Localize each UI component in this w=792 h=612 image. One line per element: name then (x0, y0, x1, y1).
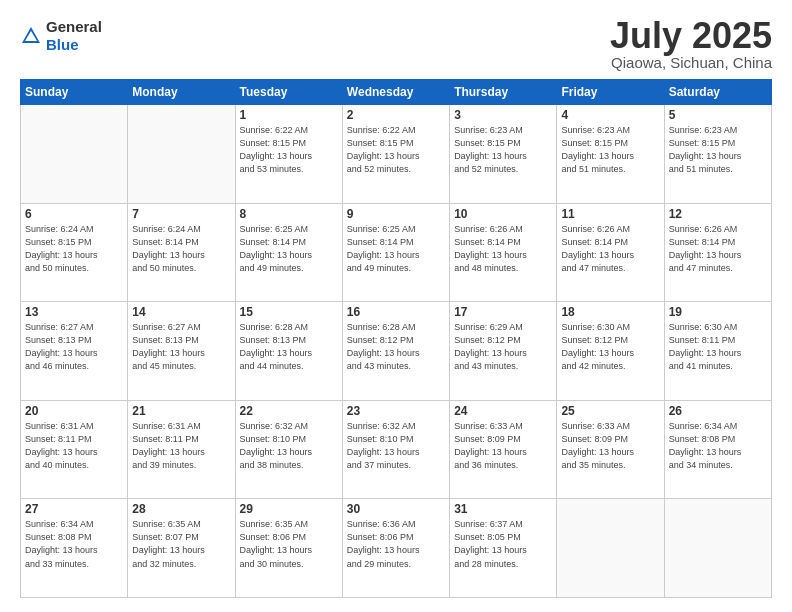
day-number: 15 (240, 305, 338, 319)
day-info: Sunrise: 6:28 AM Sunset: 8:13 PM Dayligh… (240, 321, 338, 373)
calendar-cell: 15Sunrise: 6:28 AM Sunset: 8:13 PM Dayli… (235, 302, 342, 401)
day-number: 26 (669, 404, 767, 418)
calendar-cell: 22Sunrise: 6:32 AM Sunset: 8:10 PM Dayli… (235, 400, 342, 499)
calendar-cell: 14Sunrise: 6:27 AM Sunset: 8:13 PM Dayli… (128, 302, 235, 401)
day-number: 22 (240, 404, 338, 418)
day-number: 2 (347, 108, 445, 122)
day-number: 10 (454, 207, 552, 221)
calendar-cell: 16Sunrise: 6:28 AM Sunset: 8:12 PM Dayli… (342, 302, 449, 401)
day-info: Sunrise: 6:28 AM Sunset: 8:12 PM Dayligh… (347, 321, 445, 373)
location: Qiaowa, Sichuan, China (610, 54, 772, 71)
day-info: Sunrise: 6:23 AM Sunset: 8:15 PM Dayligh… (561, 124, 659, 176)
calendar-cell (128, 105, 235, 204)
calendar-cell: 26Sunrise: 6:34 AM Sunset: 8:08 PM Dayli… (664, 400, 771, 499)
weekday-header-sunday: Sunday (21, 80, 128, 105)
day-number: 21 (132, 404, 230, 418)
day-info: Sunrise: 6:32 AM Sunset: 8:10 PM Dayligh… (347, 420, 445, 472)
calendar-cell: 11Sunrise: 6:26 AM Sunset: 8:14 PM Dayli… (557, 203, 664, 302)
day-number: 14 (132, 305, 230, 319)
calendar-cell (557, 499, 664, 598)
day-info: Sunrise: 6:25 AM Sunset: 8:14 PM Dayligh… (240, 223, 338, 275)
day-info: Sunrise: 6:34 AM Sunset: 8:08 PM Dayligh… (25, 518, 123, 570)
calendar-cell: 1Sunrise: 6:22 AM Sunset: 8:15 PM Daylig… (235, 105, 342, 204)
page-header: General Blue July 2025 Qiaowa, Sichuan, … (20, 18, 772, 71)
calendar-cell: 18Sunrise: 6:30 AM Sunset: 8:12 PM Dayli… (557, 302, 664, 401)
day-number: 7 (132, 207, 230, 221)
day-info: Sunrise: 6:35 AM Sunset: 8:06 PM Dayligh… (240, 518, 338, 570)
day-info: Sunrise: 6:32 AM Sunset: 8:10 PM Dayligh… (240, 420, 338, 472)
day-info: Sunrise: 6:23 AM Sunset: 8:15 PM Dayligh… (454, 124, 552, 176)
day-number: 4 (561, 108, 659, 122)
day-number: 31 (454, 502, 552, 516)
logo-icon (20, 25, 42, 47)
day-number: 11 (561, 207, 659, 221)
weekday-header-saturday: Saturday (664, 80, 771, 105)
month-title: July 2025 (610, 18, 772, 54)
day-info: Sunrise: 6:26 AM Sunset: 8:14 PM Dayligh… (454, 223, 552, 275)
weekday-header-thursday: Thursday (450, 80, 557, 105)
day-info: Sunrise: 6:26 AM Sunset: 8:14 PM Dayligh… (669, 223, 767, 275)
calendar-cell: 21Sunrise: 6:31 AM Sunset: 8:11 PM Dayli… (128, 400, 235, 499)
day-number: 24 (454, 404, 552, 418)
day-number: 23 (347, 404, 445, 418)
day-info: Sunrise: 6:22 AM Sunset: 8:15 PM Dayligh… (347, 124, 445, 176)
day-number: 30 (347, 502, 445, 516)
calendar-cell: 12Sunrise: 6:26 AM Sunset: 8:14 PM Dayli… (664, 203, 771, 302)
day-number: 3 (454, 108, 552, 122)
day-info: Sunrise: 6:37 AM Sunset: 8:05 PM Dayligh… (454, 518, 552, 570)
calendar-cell: 7Sunrise: 6:24 AM Sunset: 8:14 PM Daylig… (128, 203, 235, 302)
day-info: Sunrise: 6:33 AM Sunset: 8:09 PM Dayligh… (454, 420, 552, 472)
calendar-cell: 23Sunrise: 6:32 AM Sunset: 8:10 PM Dayli… (342, 400, 449, 499)
calendar-cell: 28Sunrise: 6:35 AM Sunset: 8:07 PM Dayli… (128, 499, 235, 598)
calendar-cell: 9Sunrise: 6:25 AM Sunset: 8:14 PM Daylig… (342, 203, 449, 302)
calendar-cell: 4Sunrise: 6:23 AM Sunset: 8:15 PM Daylig… (557, 105, 664, 204)
calendar-cell: 24Sunrise: 6:33 AM Sunset: 8:09 PM Dayli… (450, 400, 557, 499)
day-info: Sunrise: 6:24 AM Sunset: 8:14 PM Dayligh… (132, 223, 230, 275)
day-info: Sunrise: 6:30 AM Sunset: 8:12 PM Dayligh… (561, 321, 659, 373)
calendar-cell: 25Sunrise: 6:33 AM Sunset: 8:09 PM Dayli… (557, 400, 664, 499)
day-info: Sunrise: 6:35 AM Sunset: 8:07 PM Dayligh… (132, 518, 230, 570)
weekday-header-tuesday: Tuesday (235, 80, 342, 105)
day-number: 5 (669, 108, 767, 122)
day-number: 25 (561, 404, 659, 418)
calendar-cell: 3Sunrise: 6:23 AM Sunset: 8:15 PM Daylig… (450, 105, 557, 204)
calendar-cell: 29Sunrise: 6:35 AM Sunset: 8:06 PM Dayli… (235, 499, 342, 598)
day-number: 19 (669, 305, 767, 319)
logo: General Blue (20, 18, 102, 54)
weekday-header-friday: Friday (557, 80, 664, 105)
calendar-cell: 30Sunrise: 6:36 AM Sunset: 8:06 PM Dayli… (342, 499, 449, 598)
logo-text: General Blue (46, 18, 102, 54)
calendar-cell: 2Sunrise: 6:22 AM Sunset: 8:15 PM Daylig… (342, 105, 449, 204)
calendar-cell (664, 499, 771, 598)
day-info: Sunrise: 6:24 AM Sunset: 8:15 PM Dayligh… (25, 223, 123, 275)
day-number: 1 (240, 108, 338, 122)
day-number: 16 (347, 305, 445, 319)
day-number: 6 (25, 207, 123, 221)
day-number: 12 (669, 207, 767, 221)
day-info: Sunrise: 6:23 AM Sunset: 8:15 PM Dayligh… (669, 124, 767, 176)
day-info: Sunrise: 6:30 AM Sunset: 8:11 PM Dayligh… (669, 321, 767, 373)
day-number: 27 (25, 502, 123, 516)
calendar-table: SundayMondayTuesdayWednesdayThursdayFrid… (20, 79, 772, 598)
day-number: 28 (132, 502, 230, 516)
day-number: 13 (25, 305, 123, 319)
day-number: 8 (240, 207, 338, 221)
calendar-cell: 27Sunrise: 6:34 AM Sunset: 8:08 PM Dayli… (21, 499, 128, 598)
calendar-cell: 13Sunrise: 6:27 AM Sunset: 8:13 PM Dayli… (21, 302, 128, 401)
day-info: Sunrise: 6:31 AM Sunset: 8:11 PM Dayligh… (132, 420, 230, 472)
day-number: 17 (454, 305, 552, 319)
title-block: July 2025 Qiaowa, Sichuan, China (610, 18, 772, 71)
weekday-header-monday: Monday (128, 80, 235, 105)
day-number: 29 (240, 502, 338, 516)
day-info: Sunrise: 6:27 AM Sunset: 8:13 PM Dayligh… (25, 321, 123, 373)
day-info: Sunrise: 6:36 AM Sunset: 8:06 PM Dayligh… (347, 518, 445, 570)
calendar-cell: 5Sunrise: 6:23 AM Sunset: 8:15 PM Daylig… (664, 105, 771, 204)
calendar-cell: 17Sunrise: 6:29 AM Sunset: 8:12 PM Dayli… (450, 302, 557, 401)
day-info: Sunrise: 6:27 AM Sunset: 8:13 PM Dayligh… (132, 321, 230, 373)
day-info: Sunrise: 6:26 AM Sunset: 8:14 PM Dayligh… (561, 223, 659, 275)
weekday-header-wednesday: Wednesday (342, 80, 449, 105)
calendar-cell: 31Sunrise: 6:37 AM Sunset: 8:05 PM Dayli… (450, 499, 557, 598)
day-info: Sunrise: 6:29 AM Sunset: 8:12 PM Dayligh… (454, 321, 552, 373)
calendar-cell: 6Sunrise: 6:24 AM Sunset: 8:15 PM Daylig… (21, 203, 128, 302)
day-number: 20 (25, 404, 123, 418)
